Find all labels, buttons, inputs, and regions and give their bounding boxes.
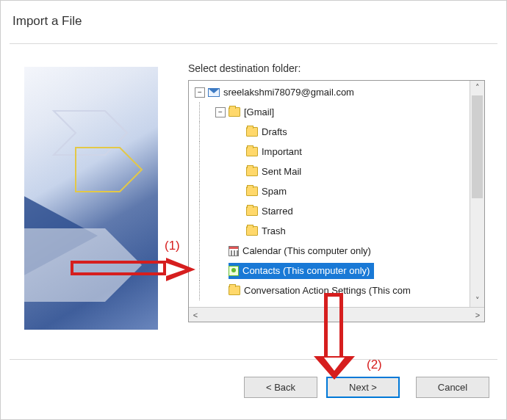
collapse-icon[interactable]: − bbox=[215, 107, 226, 117]
tree-node-trash[interactable]: Trash bbox=[192, 221, 470, 241]
tree-node-gmail[interactable]: − [Gmail] bbox=[192, 102, 470, 122]
annotation-label-1: (1) bbox=[165, 239, 180, 253]
scroll-up-icon[interactable]: ˄ bbox=[471, 81, 484, 94]
folder-tree-viewport: − sreelakshmi78079@gmail.com − [Gmail] D… bbox=[192, 82, 470, 307]
tree-node-label: Important bbox=[262, 146, 302, 157]
tree-node-label: Sent Mail bbox=[262, 166, 301, 177]
cancel-button[interactable]: Cancel bbox=[416, 377, 489, 398]
vertical-scrollbar[interactable]: ˄ ˅ bbox=[470, 81, 484, 307]
folder-icon bbox=[246, 147, 258, 156]
calendar-icon bbox=[229, 246, 239, 256]
tree-node-calendar[interactable]: Calendar (This computer only) bbox=[192, 241, 470, 261]
folder-icon bbox=[246, 187, 258, 196]
dialog-title: Import a File bbox=[12, 14, 82, 29]
folder-icon bbox=[246, 167, 258, 176]
tree-node-contacts[interactable]: Contacts (This computer only) bbox=[192, 261, 470, 280]
tree-node-sent[interactable]: Sent Mail bbox=[192, 162, 470, 181]
annotation-arrow-2-stem bbox=[324, 293, 343, 358]
annotation-label-2: (2) bbox=[367, 358, 382, 372]
annotation-arrow-2-head bbox=[314, 356, 355, 380]
folder-icon bbox=[246, 226, 258, 236]
tree-node-label-selected: Contacts (This computer only) bbox=[242, 265, 370, 276]
tree-node-label: Trash bbox=[262, 225, 286, 236]
next-button[interactable]: Next > bbox=[326, 377, 400, 398]
scroll-left-icon[interactable]: < bbox=[189, 308, 202, 322]
scroll-right-icon[interactable]: > bbox=[471, 308, 484, 322]
scrollbar-thumb[interactable] bbox=[472, 95, 483, 198]
tree-node-important[interactable]: Important bbox=[192, 142, 470, 162]
mailbox-icon bbox=[208, 88, 220, 97]
tree-node-label: sreelakshmi78079@gmail.com bbox=[223, 87, 354, 98]
tree-node-label: Calendar (This computer only) bbox=[242, 245, 371, 256]
folder-icon bbox=[246, 127, 258, 137]
tree-node-drafts[interactable]: Drafts bbox=[192, 122, 470, 142]
annotation-arrow-1-head bbox=[166, 258, 195, 281]
back-button[interactable]: < Back bbox=[244, 377, 317, 398]
folder-icon bbox=[229, 286, 240, 295]
folder-tree[interactable]: − sreelakshmi78079@gmail.com − [Gmail] D… bbox=[188, 80, 485, 322]
tree-node-spam[interactable]: Spam bbox=[192, 181, 470, 201]
tree-node-label: Drafts bbox=[262, 126, 287, 137]
scroll-down-icon[interactable]: ˅ bbox=[471, 294, 484, 307]
wizard-decorative-image bbox=[24, 67, 158, 330]
tree-node-label: Starred bbox=[262, 206, 293, 217]
divider-top bbox=[10, 43, 497, 44]
contacts-icon bbox=[229, 266, 239, 276]
tree-node-label: [Gmail] bbox=[244, 106, 274, 117]
folder-icon bbox=[246, 206, 258, 216]
annotation-arrow-1-stem bbox=[71, 261, 166, 275]
tree-node-label: Spam bbox=[262, 186, 287, 197]
tree-node-starred[interactable]: Starred bbox=[192, 201, 470, 221]
tree-node-account[interactable]: − sreelakshmi78079@gmail.com bbox=[192, 82, 470, 102]
folder-icon bbox=[229, 107, 240, 117]
select-destination-label: Select destination folder: bbox=[188, 62, 301, 74]
collapse-icon[interactable]: − bbox=[195, 87, 205, 98]
divider-bottom bbox=[10, 359, 497, 360]
